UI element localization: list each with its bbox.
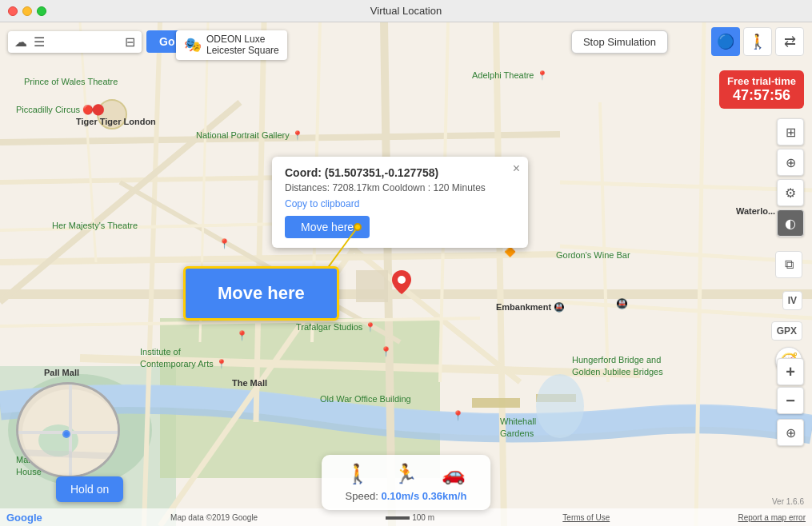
distances-value: 7208.17km <box>332 182 379 193</box>
main-map-pin <box>392 270 411 297</box>
move-here-large-button[interactable]: Move here <box>183 266 339 321</box>
hold-on-button[interactable]: Hold on <box>56 476 123 502</box>
cooldown-label: Cooldown : <box>382 182 430 193</box>
map-marker-2: 📍 <box>236 330 248 341</box>
map-marker-4: 📍 <box>452 410 464 421</box>
zoom-controls: + − ⊕ <box>777 358 804 446</box>
coord-title: Coord: (51.507351,-0.127758) <box>285 166 515 179</box>
walk-speed-icon[interactable]: 🚶 <box>346 463 370 485</box>
google-logo: Google <box>6 512 42 524</box>
place-the-mall: The Mall <box>232 378 267 388</box>
piccadilly-marker: ⬤ <box>92 102 105 115</box>
place-hungerford: Hungerford Bridge andGolden Jubilee Brid… <box>572 354 663 379</box>
traffic-lights <box>8 6 46 16</box>
speed-label: Speed: <box>346 490 378 502</box>
place-her-majesty: Her Majesty's Theatre <box>52 221 138 230</box>
coord-value: (51.507351,-0.127758) <box>325 166 438 179</box>
map-marker-6: 🔶 <box>504 246 516 257</box>
place-whitehall: WhitehallGardens <box>500 416 536 440</box>
place-gordons: Gordon's Wine Bar <box>556 250 630 260</box>
terms-link[interactable]: Terms of Use <box>562 513 610 522</box>
svg-point-32 <box>536 374 584 438</box>
toggle-btn[interactable]: ◐ <box>777 209 804 237</box>
titlebar: Virtual Location <box>0 0 812 22</box>
iv-label[interactable]: IV <box>782 291 802 310</box>
cloud-btn[interactable]: ☁ <box>14 34 27 50</box>
map-bottom-bar: Google Map data ©2019 Google 100 m Terms… <box>0 508 812 526</box>
run-speed-icon[interactable]: 🏃 <box>394 463 418 485</box>
cooldown-value: 120 Minutes <box>433 182 485 193</box>
save-btn[interactable]: ⊟ <box>125 34 135 50</box>
locate-btn[interactable]: ⊕ <box>777 149 804 176</box>
walk-mode-btn[interactable]: 🚶 <box>743 27 772 56</box>
stop-simulation-button[interactable]: Stop Simulation <box>571 30 668 54</box>
coord-popup-close[interactable]: × <box>513 161 520 176</box>
map-marker-1: 📍 <box>218 238 230 249</box>
svg-rect-28 <box>472 398 520 408</box>
odeon-text: ODEON LuxeLeicester Square <box>206 34 279 57</box>
place-piccadilly: Piccadilly Circus 🔴 <box>16 105 94 115</box>
svg-point-33 <box>398 276 406 284</box>
distances-label: Distances: <box>285 182 330 193</box>
place-old-war: Old War Office Building <box>320 394 411 404</box>
tune-btn[interactable]: ⚙ <box>777 179 804 206</box>
map-container: ☁ ☰ London ⊟ Go 🎭 ODEON LuxeLeicester Sq… <box>0 22 812 526</box>
route-mode-btn[interactable]: ⇄ <box>775 27 804 56</box>
svg-point-42 <box>64 432 69 436</box>
map-data-label: Map data ©2019 Google <box>170 513 258 522</box>
speed-icons: 🚶 🏃 🚗 <box>346 463 466 485</box>
toolbar: ☁ ☰ London ⊟ Go 🎭 ODEON LuxeLeicester Sq… <box>0 30 812 53</box>
window-title: Virtual Location <box>370 5 442 17</box>
close-window-btn[interactable] <box>8 6 18 16</box>
speed-value: 0.10m/s 0.36km/h <box>381 490 466 502</box>
menu-btn[interactable]: ☰ <box>34 34 45 50</box>
car-speed-icon[interactable]: 🚗 <box>442 463 466 485</box>
map-marker-5: 📍 <box>380 346 392 357</box>
zoom-in-btn[interactable]: + <box>777 358 804 385</box>
place-national-portrait: National Portrait Gallery 📍 <box>196 130 303 141</box>
speed-bar: 🚶 🏃 🚗 Speed: 0.10m/s 0.36km/h <box>322 455 491 510</box>
embankment-marker: 🚇 <box>616 298 628 309</box>
place-waterloo: Waterlo... <box>736 206 775 216</box>
trial-badge: Free trial-time 47:57:56 <box>719 70 804 109</box>
gpx-label[interactable]: GPX <box>771 321 802 341</box>
place-adelphi: Adelphi Theatre 📍 <box>472 70 548 81</box>
report-error-link[interactable]: Report a map error <box>738 513 806 522</box>
location-input[interactable]: London <box>51 35 115 48</box>
coord-details: Distances: 7208.17km Cooldown : 120 Minu… <box>285 182 515 193</box>
version-text: Ver 1.6.6 <box>772 497 804 506</box>
copy-to-clipboard-link[interactable]: Copy to clipboard <box>285 198 515 209</box>
svg-rect-31 <box>356 270 388 302</box>
coord-label: Coord: <box>285 166 322 179</box>
coord-popup: × Coord: (51.507351,-0.127758) Distances… <box>272 157 528 248</box>
place-trafalgar: Trafalgar Studios 📍 <box>296 322 376 333</box>
satellite-view-btn[interactable]: 🔵 <box>711 27 740 56</box>
right-toolbar-icons: 🔵 🚶 ⇄ <box>711 27 804 56</box>
place-pall-mall: Pall Mall <box>44 368 79 377</box>
trial-label: Free trial-time <box>727 75 796 87</box>
svg-line-40 <box>18 452 120 456</box>
trial-timer: 47:57:56 <box>727 87 796 104</box>
zoom-out-btn[interactable]: − <box>777 387 804 414</box>
place-tiger: Tiger Tiger London <box>76 117 156 126</box>
popup-move-here-button[interactable]: Move here <box>285 216 370 238</box>
center-map-btn[interactable]: ⊕ <box>777 419 804 446</box>
toolbar-left: ☁ ☰ London ⊟ <box>8 31 142 53</box>
speed-text: Speed: 0.10m/s 0.36km/h <box>346 490 467 502</box>
expand-map-btn[interactable]: ⊞ <box>777 118 804 145</box>
right-controls: ⊞ ⊕ ⚙ ◐ <box>777 118 804 237</box>
scale-label: 100 m <box>386 513 434 522</box>
mini-map <box>16 382 120 478</box>
odeon-label: 🎭 ODEON LuxeLeicester Square <box>176 30 287 60</box>
place-prince-wales: Prince of Wales Theatre <box>24 77 118 86</box>
copy-icon-btn[interactable]: ⧉ <box>775 251 802 278</box>
minimize-window-btn[interactable] <box>22 6 32 16</box>
place-embankment: Embankment 🚇 <box>496 302 565 313</box>
maximize-window-btn[interactable] <box>37 6 46 16</box>
place-ica: Institute ofContemporary Arts 📍 <box>140 346 227 371</box>
